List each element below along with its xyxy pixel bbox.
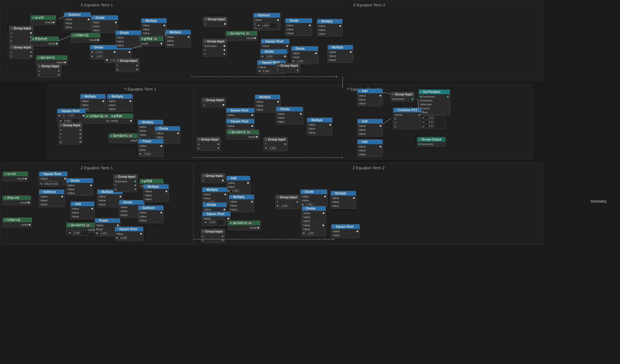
node-x2-multiply1[interactable]: ∨Multiply Value Value Value	[317, 19, 343, 37]
node-x2-val1: 1.000	[256, 23, 277, 28]
node-z1-val2: 2.000	[67, 230, 89, 236]
node-z1-val6: Value 6.000	[39, 181, 63, 187]
node-z2-group-input1[interactable]: ∨Group Input v	[201, 173, 225, 183]
node-z1-subtract[interactable]: ∨Subtract Value Value Value	[39, 189, 65, 207]
node-z2-formula1[interactable]: ✓2u²+2v²+112 result	[228, 220, 261, 230]
section-title-x1: X Equation Term 1	[81, 3, 113, 7]
node-z1-formula3[interactable]: ✓v*(4u²+1) result	[2, 217, 32, 227]
node-right-add3[interactable]: ∨Add Value Value Value	[357, 139, 383, 157]
node-x1-divide2[interactable]: ∨Divide Value Value Value	[115, 30, 142, 48]
node-x2-formula1[interactable]: ✓2u²+2v²+112 result	[226, 31, 257, 41]
node-right-add2[interactable]: ∨Add Value Value Value	[357, 119, 383, 137]
node-x1-subtract[interactable]: ∨Subtract Value Value Value	[64, 12, 91, 30]
node-x1-group-input4[interactable]: ∨Group Input f g	[115, 58, 139, 72]
socket	[53, 22, 55, 23]
node-z2-group-input2[interactable]: ∨Group Input u v	[201, 229, 225, 243]
node-z1-sqrt2[interactable]: ∨Square Root Value 2.000	[115, 227, 143, 241]
node-x1-group-input1[interactable]: ∨Group Input u u v v	[9, 26, 33, 48]
node-x1-group-input2[interactable]: ∨Group Input u v	[9, 45, 33, 59]
node-x1-divide1[interactable]: ∨Divide Value Value Value	[91, 15, 118, 33]
node-y1-multiply2[interactable]: ∨Multiply Value Value Value	[107, 94, 133, 112]
node-right-add1[interactable]: ∨Add Value Value Value	[357, 88, 383, 106]
node-x2-group-input2[interactable]: ∨Group Input Geometry u v	[203, 39, 227, 57]
node-y1-group-input[interactable]: ∨Group Input u v f g	[59, 123, 83, 144]
node-x1-formula2[interactable]: ✓2*(u⁴-v⁴) result	[30, 36, 59, 46]
node-x1-formula4[interactable]: ✓v*(4u²+1) result	[71, 33, 100, 43]
node-z2-multiply3[interactable]: ∨Multiply Value Value Value	[330, 191, 356, 209]
node-x2-group-input1[interactable]: ∨Group Input v	[203, 17, 227, 27]
node-z1-formula1[interactable]: ✓u²-v²2 result	[2, 171, 28, 181]
node-offset-values: X0 m Y0 m Z0 m	[421, 115, 445, 129]
node-z2-divide2[interactable]: ∨Divide Value Value 2.000	[300, 189, 327, 207]
node-z2-divide3[interactable]: ∨Divide Value Value Value	[302, 206, 326, 224]
node-z1-multiply2[interactable]: ∨Multiply Value Value Value	[143, 184, 169, 202]
node-z2-sqrt2[interactable]: ∨Square Root Value Value	[331, 224, 360, 238]
section-title-z2: Z Equation Term 2	[353, 166, 385, 170]
node-x1-divide3[interactable]: ∨Divide 6.000 1.000	[90, 45, 117, 59]
node-y2-group-input1[interactable]: ∨Group Input u	[202, 98, 226, 108]
node-combine-xyz[interactable]: ∨Combine XYZ Vector X Y Z	[393, 108, 422, 129]
node-z2-val3: 3.000	[203, 220, 224, 225]
node-right-group-input[interactable]: ∨Group Input Geometry	[390, 92, 415, 102]
node-z1-formula2[interactable]: ✓2*(u⁴-v⁴) result	[2, 195, 31, 205]
geometry-label-right: Geometry	[591, 199, 607, 204]
node-y2-group-input2[interactable]: ∨Group Input u v	[196, 137, 221, 151]
node-z1-divide[interactable]: ∨Divide Value Value Value	[66, 178, 93, 196]
node-x2-group-input3[interactable]: ∨Group Input f	[276, 63, 300, 73]
node-z1-add[interactable]: ∨Add Value Value Value	[70, 201, 95, 219]
node-x1-multiply2[interactable]: ∨Multiply Value Value Value	[165, 30, 191, 48]
node-z2-add[interactable]: ∨Add Value Value 1.000	[226, 176, 250, 194]
node-x1-gf16[interactable]: ∨g*f/1612 result	[139, 36, 164, 46]
section-title-y1: Y Equation Term 1	[124, 87, 156, 91]
node-y1-gf16[interactable]: ∨g*f/16 result	[109, 114, 133, 124]
node-group-output[interactable]: ∨Group Output Geometry	[417, 137, 446, 147]
section-title-x2: X Equation Term 2	[353, 3, 385, 7]
formula1-label: u²-v²2	[35, 16, 43, 19]
node-x2-divide3[interactable]: ∨Divide Value Value 2.000	[291, 46, 318, 64]
node-x1-formula1[interactable]: ✓ u²-v²2 result	[30, 15, 56, 25]
node-z2-multiply2[interactable]: ∨Multiply Value Value Value	[229, 194, 254, 212]
node-x2-multiply2[interactable]: ∨Multiply Value Value Value	[327, 45, 353, 63]
node-z1-subtract2[interactable]: ∨Subtract Value Value Value	[138, 205, 164, 223]
node-set-position[interactable]: ∨Set Position Geometry Geometry Selectio…	[418, 89, 450, 115]
node-y2-group-input3[interactable]: ∨Group Input f 2.000	[263, 137, 288, 151]
node-x1-multiply1[interactable]: ∨Multiply Value Value Value	[141, 18, 167, 36]
node-z2-group-input3[interactable]: ∨Group Input f 2.000	[275, 195, 300, 209]
node-y2-divide[interactable]: ∨Divide Value Value Value	[276, 107, 303, 124]
node-z1-group-input[interactable]: ∨Group Input Geometry f g	[113, 174, 138, 192]
node-y2-formula1[interactable]: ✓2u²+2v²+112 result	[226, 130, 259, 140]
section-title-z1: Z Equation Term 1	[81, 166, 113, 170]
node-x2-divide1[interactable]: ∨Divide Value Value Value	[285, 18, 312, 36]
node-y1-formula2[interactable]: ✓2u²+2v²+112 result	[109, 133, 141, 143]
node-y1-power[interactable]: ∨Power Value Base 2.000	[138, 139, 164, 157]
node-x1-group-input3[interactable]: ∨Group Input u v	[37, 64, 61, 78]
node-y2-multiply2[interactable]: ∨Multiply Value Value Value	[307, 117, 333, 135]
